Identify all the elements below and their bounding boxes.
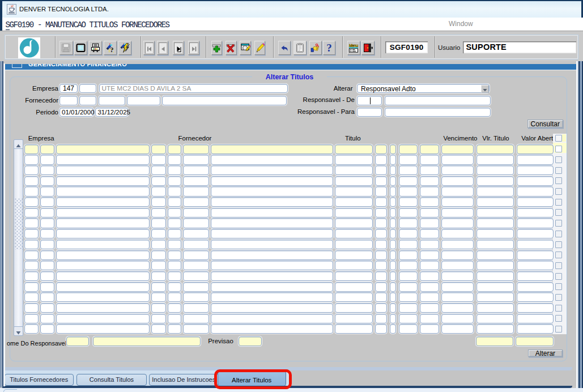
svg-text:Menu: Menu bbox=[349, 43, 359, 48]
svg-text:?: ? bbox=[110, 46, 113, 53]
